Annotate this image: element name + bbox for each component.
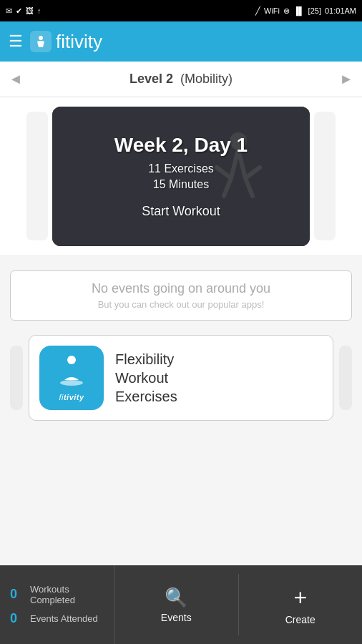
prev-level-button[interactable]: ◄ xyxy=(9,71,23,87)
svg-point-3 xyxy=(67,356,76,364)
app-card-flexibility[interactable]: fitivity FlexibilityWorkoutExercises xyxy=(29,335,333,421)
start-workout-button[interactable]: Start Workout xyxy=(142,204,220,219)
events-action-button[interactable]: 🔍 Events xyxy=(114,565,238,644)
app-cards-section: fitivity FlexibilityWorkoutExercises xyxy=(0,328,362,428)
battery-x-icon: ⊗ xyxy=(283,6,290,16)
level-title: Level 2 (Mobility) xyxy=(129,72,233,87)
card-content: Week 2, Day 1 11 Exercises 15 Minutes St… xyxy=(52,107,310,246)
signal-icon: ▐▌ xyxy=(293,6,305,15)
image-icon: 🖼 xyxy=(26,6,34,15)
plus-icon: + xyxy=(293,585,307,611)
workout-duration: 15 Minutes xyxy=(153,178,209,191)
main-content: ◄ Level 2 (Mobility) ► xyxy=(0,62,362,565)
check-icon: ✔ xyxy=(16,6,22,16)
app-card-title: FlexibilityWorkoutExercises xyxy=(115,350,177,406)
carousel-next-card xyxy=(314,112,336,240)
workouts-count: 0 xyxy=(10,587,24,602)
workouts-label: Workouts Completed xyxy=(30,584,104,605)
app-card-icon: fitivity xyxy=(39,346,104,410)
email-icon: ✉ xyxy=(6,6,12,16)
bottom-stats: 0 Workouts Completed 0 Events Attended xyxy=(0,565,114,644)
next-level-button[interactable]: ► xyxy=(339,71,353,87)
events-label: Events Attended xyxy=(30,613,98,624)
app-card-right-preview xyxy=(339,346,352,410)
clock: 01:01AM xyxy=(325,6,356,15)
status-bar-icons-right: ╱ WiFi ⊗ ▐▌ [25] 01:01AM xyxy=(255,6,356,16)
bottom-bar: 0 Workouts Completed 0 Events Attended 🔍… xyxy=(0,565,362,644)
events-action-label: Events xyxy=(161,612,192,623)
workout-day-title: Week 2, Day 1 xyxy=(114,134,248,157)
status-bar-icons-left: ✉ ✔ 🖼 ↑ xyxy=(6,6,41,16)
app-icon-brand: fitivity xyxy=(59,393,84,401)
signal-slash-icon: ╱ xyxy=(255,6,260,16)
logo-text: fitivity xyxy=(56,31,102,53)
no-events-sub: But you can check out our popular apps! xyxy=(18,299,344,310)
status-bar: ✉ ✔ 🖼 ↑ ╱ WiFi ⊗ ▐▌ [25] 01:01AM xyxy=(0,0,362,21)
wifi-icon: WiFi xyxy=(264,6,280,15)
search-icon: 🔍 xyxy=(165,587,187,609)
app-logo: fitivity xyxy=(30,31,102,53)
logo-icon xyxy=(30,31,52,52)
workouts-completed-stat: 0 Workouts Completed xyxy=(10,584,104,605)
no-events-box: No events going on around you But you ca… xyxy=(10,270,352,321)
create-action-label: Create xyxy=(285,614,315,625)
logo-tivity: tivity xyxy=(65,31,102,52)
create-action-button[interactable]: + Create xyxy=(239,565,363,644)
events-attended-stat: 0 Events Attended xyxy=(10,611,104,626)
nav-bar: ☰ fitivity xyxy=(0,21,362,62)
level-header: ◄ Level 2 (Mobility) ► xyxy=(0,62,362,97)
no-events-title: No events going on around you xyxy=(18,281,344,296)
app-card-left-preview xyxy=(10,346,23,410)
hamburger-menu[interactable]: ☰ xyxy=(9,32,23,51)
meditation-figure xyxy=(54,354,89,390)
bottom-actions: 🔍 Events + Create xyxy=(114,565,362,644)
events-section: No events going on around you But you ca… xyxy=(0,263,362,328)
exercises-count: 11 Exercises xyxy=(148,162,214,175)
spacer xyxy=(0,255,362,263)
svg-point-0 xyxy=(39,36,43,40)
workout-carousel: Week 2, Day 1 11 Exercises 15 Minutes St… xyxy=(0,97,362,255)
upload-icon: ↑ xyxy=(37,6,41,15)
svg-point-4 xyxy=(60,380,83,386)
events-count: 0 xyxy=(10,611,24,626)
workout-card[interactable]: Week 2, Day 1 11 Exercises 15 Minutes St… xyxy=(52,107,310,246)
battery-icon: [25] xyxy=(308,6,321,15)
logo-fi: fi xyxy=(56,31,65,52)
carousel-prev-card xyxy=(26,112,48,240)
